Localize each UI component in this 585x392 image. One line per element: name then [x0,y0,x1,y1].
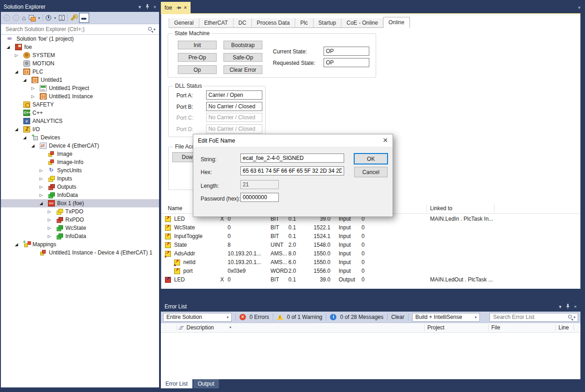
op-button[interactable]: Op [178,65,217,74]
tab-ethercat[interactable]: EtherCAT [199,18,234,28]
cancel-button[interactable]: Cancel [354,167,388,177]
forward-button[interactable]: › [13,15,19,21]
tab-online[interactable]: Online [383,17,410,28]
back-button[interactable]: ‹ [4,15,10,21]
expand-arrow[interactable]: ▷ [30,86,36,90]
expand-arrow[interactable]: ▷ [47,234,52,238]
switch-views-button[interactable] [28,15,35,21]
tree-item-plc[interactable]: ◢PLC [1,68,159,76]
tree-item-rxpdo[interactable]: ▷RxPDO [1,216,159,224]
column-header-description[interactable]: Description [186,324,214,331]
tree-item-box-1-foe[interactable]: ◢Box 1 (foe) [1,199,159,207]
switch-views-dropdown-icon[interactable]: ▾ [38,16,40,20]
hex-input[interactable] [240,166,344,175]
bootstrap-button[interactable]: Bootstrap [223,41,262,49]
tab-plc[interactable]: Plc [295,18,314,28]
tab-dc[interactable]: DC [234,18,252,28]
tree-item-image-info[interactable]: Image-Info [1,158,159,166]
tree-item-safety[interactable]: SAFETY [1,101,159,109]
preview-selected-items-toggle[interactable] [79,13,89,23]
search-input[interactable] [5,26,147,33]
warnings-toggle[interactable]: 0 of 1 Warning [287,314,323,320]
tree-item-devices[interactable]: ◢Devices [1,133,159,142]
tab-general[interactable]: General [169,18,199,28]
expand-arrow[interactable]: ▷ [47,226,52,230]
expand-arrow[interactable]: ◢ [5,45,11,49]
column-header-project[interactable]: Project [427,324,444,331]
column-divider[interactable] [426,204,427,212]
dialog-close-icon[interactable]: ✕ [383,137,388,144]
table-row[interactable]: port0x03e9WORD2.01556.0Input0 [161,267,580,275]
expand-arrow[interactable]: ▷ [14,53,19,58]
home-button[interactable]: ⌂ [22,15,26,21]
tree-item-analytics[interactable]: ANALYTICS [1,117,159,125]
expand-arrow[interactable]: ◢ [38,201,44,206]
table-row[interactable]: InputToggle0BIT0.11524.1Input0 [161,232,580,241]
document-tab-foe[interactable]: foe × [161,2,191,13]
table-row[interactable]: WcState0BIT0.11522.1Input0 [161,223,580,232]
safe-op-button[interactable]: Safe-Op [223,53,262,62]
tree-item-i-o[interactable]: ◢I/O [1,125,159,133]
table-row[interactable]: AnetId10.193.20.1...AMS...6.01550.0Input… [161,258,580,267]
scope-dropdown[interactable]: Entire Solution ▾ [163,313,232,322]
error-search-input[interactable] [492,313,567,321]
pending-changes-filter-button[interactable] [46,15,51,21]
messages-toggle[interactable]: 0 of 28 Messages [340,314,383,320]
tree-item-untitled1-instance[interactable]: ▷Untitled1 Instance [1,92,159,101]
search-icon[interactable] [567,314,574,320]
expand-arrow[interactable]: ▷ [47,209,52,214]
expand-arrow[interactable]: ◢ [14,69,19,74]
tree-item-solution-foe-1-project[interactable]: Solution 'foe' (1 project) [1,35,159,43]
expand-arrow[interactable]: ▷ [47,217,52,222]
window-position-icon[interactable]: ▾ [138,5,141,10]
column-divider[interactable] [494,204,495,212]
clear-button[interactable]: Clear [391,314,404,320]
expand-arrow[interactable]: ▷ [38,176,44,181]
tab-process-data[interactable]: Process Data [252,18,295,28]
tree-item-txpdo[interactable]: ▷TxPDO [1,207,159,216]
search-icon[interactable] [147,26,154,32]
dialog-titlebar[interactable]: Edit FoE Name [193,134,393,147]
tree-item-motion[interactable]: MOTION [1,59,159,68]
bottom-tab-error-list[interactable]: Error List [161,379,192,388]
filter-dropdown-icon[interactable]: ▾ [54,16,56,20]
expand-arrow[interactable]: ▷ [38,185,44,189]
password-input[interactable] [240,193,279,202]
init-button[interactable]: Init [178,41,217,49]
pre-op-button[interactable]: Pre-Op [178,53,217,62]
expand-arrow[interactable]: ◢ [30,143,36,148]
ok-button[interactable]: OK [354,154,388,164]
tree-item-outputs[interactable]: ▷Outputs [1,183,159,191]
expand-arrow[interactable]: ▷ [38,168,44,173]
expand-arrow[interactable]: ◢ [22,135,27,140]
tree-item-c[interactable]: C++ [1,109,159,117]
expand-arrow[interactable]: ▷ [38,193,44,197]
tab-close-icon[interactable]: × [184,4,187,11]
tab-pin-icon[interactable] [175,5,181,10]
pin-icon[interactable] [565,304,570,310]
tree-item-infodata[interactable]: ▷InfoData [1,191,159,199]
expand-arrow[interactable]: ◢ [14,242,19,247]
tree-item-image[interactable]: Image [1,150,159,158]
tree-item-untitled1-instance-device-4-ethercat-1[interactable]: Untitled1 Instance - Device 4 (EtherCAT)… [1,249,159,257]
properties-button[interactable] [70,15,76,21]
expand-arrow[interactable]: ◢ [14,127,19,132]
tab-coe-online[interactable]: CoE - Online [341,18,383,28]
close-icon[interactable]: × [154,5,156,10]
tree-item-system[interactable]: ▷SYSTEM [1,51,159,59]
table-row[interactable]: sAdsAddr10.193.20.1...AMS...8.01550.0Inp… [161,249,580,258]
collapse-all-button[interactable] [59,15,64,21]
column-header-linked-to[interactable]: Linked to [430,205,452,212]
string-input[interactable] [240,154,344,163]
tree-item-inputs[interactable]: ▷Inputs [1,175,159,183]
tab-overflow-icon[interactable]: ▼ [577,5,581,10]
table-row[interactable]: LEDX0BIT0.139.0Output0MAIN.LedOut . PlcT… [161,275,580,284]
filter-dropdown[interactable]: Build + IntelliSense ▾ [412,313,480,322]
tree-item-wcstate[interactable]: ▷WcState [1,224,159,232]
tree-item-untitled1[interactable]: ◢Untitled1 [1,76,159,84]
expand-arrow[interactable]: ▷ [30,94,36,99]
tab-startup[interactable]: Startup [314,18,342,28]
clear-error-button[interactable]: Clear Error [223,65,262,74]
search-dropdown-icon[interactable]: ▾ [154,27,155,32]
column-header-line[interactable]: Line [558,324,569,331]
